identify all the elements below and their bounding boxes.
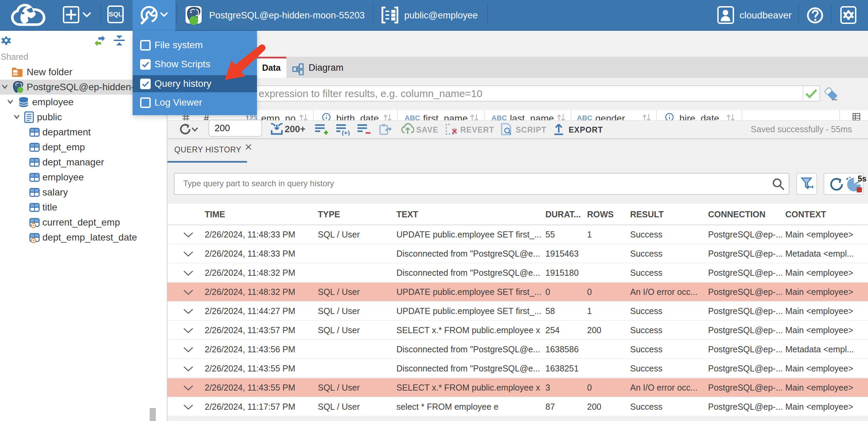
svg-text:(+): (+) [342,129,350,136]
